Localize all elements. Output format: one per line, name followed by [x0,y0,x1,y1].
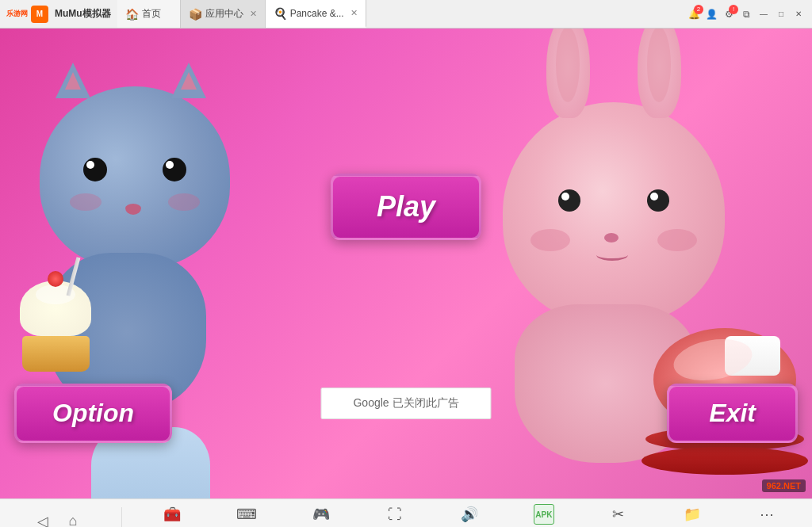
tabs-area: 🏠 首页 📦 应用中心 ✕ 🍳 Pancake &... ✕ [117,0,680,28]
toolbox-icon: 🧰 [162,504,182,525]
toolbar-gamepad[interactable]: 🎮 手柄 [297,504,345,527]
rabbit-ear-right [638,29,681,118]
bottom-toolbar: ◁ ⌂ 🧰 工具箱 ⌨ 键鼠 🎮 手柄 ⛶ 全屏 🔊 音量 APK 安装 ✂ 截… [0,498,812,527]
cupcake [12,281,99,372]
toolbar-keyboard[interactable]: ⌨ 键鼠 [223,504,270,527]
window-resize-icon[interactable]: ⧉ [739,7,753,21]
app-center-icon: 📦 [189,8,202,21]
more-icon: ⋯ [756,504,777,525]
toolbar-apk[interactable]: APK 安装 [520,504,568,527]
cupcake-base [22,336,90,372]
cat-blush-right [168,193,200,211]
title-bar: 乐游网 M MuMu模拟器 🏠 首页 📦 应用中心 ✕ 🍳 Pancake &.… [0,0,812,29]
tab-pancake-label: Pancake &... [290,8,344,19]
rabbit-head [503,102,725,324]
pancake-white-item [725,336,780,376]
cat-eye-left [83,158,107,181]
cat-head [40,86,230,269]
option-button[interactable]: Option [14,384,172,443]
rabbit-blush-left [530,229,570,251]
notification-count: 2 [694,5,703,14]
cat-ear-right [171,63,206,98]
logo-area: 乐游网 M MuMu模拟器 [0,6,117,23]
fileshare-icon: 📁 [682,504,703,525]
ad-overlay: Google 已关闭此广告 [320,388,491,419]
cat-nose [125,204,141,215]
volume-icon: 🔊 [459,504,480,525]
ad-text: Google 已关闭此广告 [353,396,458,409]
gamepad-icon: 🎮 [311,504,331,525]
toolbar-toolbox[interactable]: 🧰 工具箱 [148,504,196,527]
nav-arrows: ◁ ⌂ [21,510,94,528]
toolbar-fullscreen[interactable]: ⛶ 全屏 [371,504,419,527]
tab-app-center-close[interactable]: ✕ [250,9,257,19]
toolbar-separator-1 [121,507,122,528]
rabbit-eye-right [647,189,669,212]
close-button[interactable]: ✕ [791,7,806,21]
toolbar-screenshot[interactable]: ✂ 截屏 [595,504,642,527]
back-button[interactable]: ◁ [31,510,55,528]
cat-ear-left [56,63,90,98]
pancake-bottom [642,447,808,475]
tab-app-center-label: 应用中心 [205,7,243,21]
maximize-button[interactable]: □ [774,7,788,21]
watermark: 962.NET [762,479,806,492]
cupcake-cherry [48,271,63,287]
tab-pancake[interactable]: 🍳 Pancake &... ✕ [266,0,366,28]
toolbar-fileshare[interactable]: 📁 文件共享 [668,504,716,527]
site-watermark: 乐游网 [6,9,28,19]
keyboard-icon: ⌨ [236,504,257,525]
window-controls: 🔔 2 👤 ⚙ ! ⧉ — □ ✕ [680,7,812,21]
cat-eye-right [163,158,186,181]
tab-app-center[interactable]: 📦 应用中心 ✕ [181,0,266,28]
main-content: Play Option Exit Google 已关闭此广告 962.NET [0,29,812,498]
pancake-tab-icon: 🍳 [274,7,287,20]
cat-blush-left [70,193,102,211]
rabbit-eye-left [558,189,580,212]
tab-home[interactable]: 🏠 首页 [117,0,181,28]
screenshot-icon: ✂ [608,504,629,525]
cupcake-whip [20,281,91,336]
settings-icon[interactable]: ⚙ ! [722,7,736,21]
play-button[interactable]: Play [331,174,481,240]
home-button[interactable]: ⌂ [61,510,85,528]
user-icon[interactable]: 👤 [704,7,718,21]
exit-button[interactable]: Exit [667,384,798,443]
minimize-button[interactable]: — [756,7,771,21]
settings-badge: ! [729,5,738,14]
rabbit-mouth [596,249,628,261]
toolbar-more[interactable]: ⋯ 搜 [743,504,791,527]
fullscreen-icon: ⛶ [385,504,405,525]
apk-icon: APK [534,504,554,525]
app-logo-text: MuMu模拟器 [55,7,111,21]
notification-icon[interactable]: 🔔 2 [687,7,701,21]
app-logo-icon: M [31,6,48,23]
rabbit-blush-right [657,229,697,251]
tab-home-label: 首页 [142,7,161,21]
rabbit-ear-left [546,29,590,118]
toolbar-volume[interactable]: 🔊 音量 [446,504,493,527]
home-tab-icon: 🏠 [125,8,139,21]
tab-pancake-close[interactable]: ✕ [350,8,358,18]
rabbit-nose [604,233,619,242]
